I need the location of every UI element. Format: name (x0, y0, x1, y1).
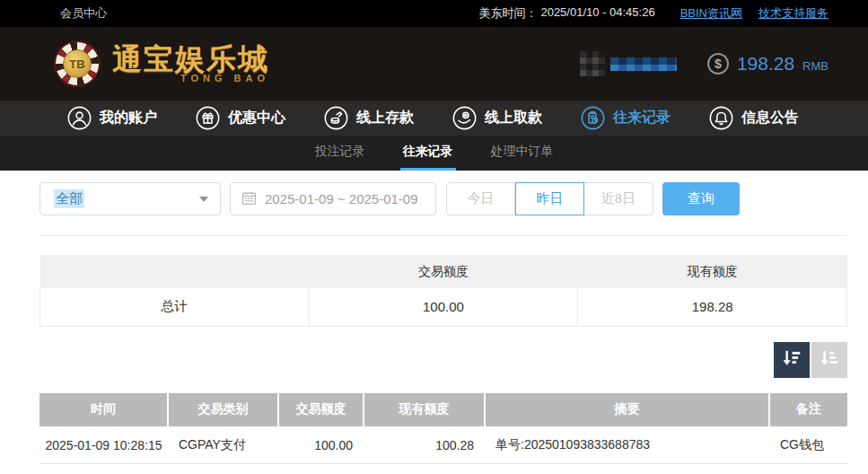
nav-item-deposit[interactable]: 线上存款 (324, 106, 414, 130)
eastern-time: 美东时间： 2025/01/10 - 04:45:26 (478, 5, 654, 22)
summary-total-row: 总计 100.00 198.28 (40, 288, 847, 326)
avatar (580, 51, 605, 76)
col-remark: 备注 (769, 393, 847, 427)
bbin-news-link[interactable]: BBIN资讯网 (680, 5, 742, 22)
nav-item-promotions[interactable]: 优惠中心 (196, 106, 285, 130)
sort-controls (39, 342, 847, 378)
sort-descending-icon (781, 347, 802, 372)
last-8-days-button[interactable]: 近8日 (584, 182, 653, 215)
dollar-coin-icon: $ (707, 53, 729, 75)
sort-ascending-button[interactable] (811, 342, 847, 378)
summary-header-transaction-amount: 交易额度 (309, 255, 578, 288)
bell-icon (709, 106, 733, 130)
tab-betting-records[interactable]: 投注记录 (312, 136, 368, 171)
summary-total-balance: 198.28 (578, 288, 847, 326)
calendar-icon (241, 190, 257, 208)
chevron-down-icon (199, 197, 208, 202)
gift-icon (196, 106, 220, 130)
section-divider (39, 235, 847, 236)
summary-header-empty (40, 255, 310, 288)
tab-transaction-records[interactable]: 往来记录 (400, 136, 456, 171)
tech-support-link[interactable]: 技术支持服务 (758, 5, 829, 22)
date-range-value: 2025-01-09 ~ 2025-01-09 (265, 191, 418, 206)
yesterday-button[interactable]: 昨日 (515, 182, 584, 215)
sub-nav: 投注记录 往来记录 处理中订单 (0, 136, 868, 171)
query-button[interactable]: 查询 (662, 182, 740, 215)
nav-item-transaction-records[interactable]: 往来记录 (581, 106, 671, 130)
logo-badge: TB (63, 49, 92, 78)
main-nav: 我的账户 优惠中心 线上存款 线上 (0, 101, 868, 136)
summary-table: 交易额度 现有额度 总计 100.00 198.28 (39, 255, 847, 327)
col-transaction-type: 交易类别 (168, 393, 278, 427)
summary-header-row: 交易额度 现有额度 (40, 255, 847, 288)
records-table: 时间 交易类别 交易额度 现有额度 摘要 备注 2025-01-09 10:28… (39, 393, 847, 465)
summary-total-transaction: 100.00 (309, 288, 578, 326)
logo-subtitle: TONG BAO (180, 73, 269, 83)
filter-bar: 全部 2025-01-09 ~ 2025-01-09 今日 昨日 近8日 查询 (39, 182, 847, 215)
withdraw-icon (452, 106, 477, 130)
sort-descending-button[interactable] (774, 342, 810, 378)
balance-currency: RMB (802, 59, 829, 73)
summary-header-current-balance: 现有额度 (578, 255, 847, 288)
logo-title: 通宝娱乐城 (112, 44, 269, 75)
records-header-row: 时间 交易类别 交易额度 现有额度 摘要 备注 (39, 393, 847, 427)
cell-time: 2025-01-09 10:28:15 (39, 427, 168, 464)
deposit-icon (324, 106, 348, 130)
content-area: 全部 2025-01-09 ~ 2025-01-09 今日 昨日 近8日 查询 (0, 171, 868, 464)
username-redacted (610, 57, 677, 71)
col-transaction-amount: 交易额度 (278, 393, 364, 427)
user-icon (67, 106, 92, 130)
summary-total-label: 总计 (40, 288, 310, 326)
cell-current-balance: 100.28 (364, 427, 485, 464)
cell-transaction-type: CGPAY支付 (168, 427, 278, 464)
today-button[interactable]: 今日 (446, 182, 515, 215)
brand-header: TB 通宝娱乐城 TONG BAO $ 198.28 RMB (0, 27, 868, 101)
poker-chip-icon: TB (54, 40, 101, 87)
date-range-input[interactable]: 2025-01-09 ~ 2025-01-09 (230, 182, 436, 215)
wallet-balance: $ 198.28 RMB (707, 53, 829, 75)
site-logo[interactable]: TB 通宝娱乐城 TONG BAO (54, 40, 269, 87)
nav-item-announcements[interactable]: 信息公告 (709, 106, 799, 130)
nav-item-my-account[interactable]: 我的账户 (67, 106, 157, 130)
member-center-link[interactable]: 会员中心 (60, 5, 107, 22)
top-bar: 会员中心 美东时间： 2025/01/10 - 04:45:26 BBIN资讯网… (0, 0, 868, 27)
records-icon (581, 106, 605, 130)
tab-pending-orders[interactable]: 处理中订单 (488, 136, 557, 171)
balance-amount: 198.28 (737, 53, 794, 75)
cell-transaction-amount: 100.00 (278, 427, 364, 464)
col-summary: 摘要 (485, 393, 769, 427)
time-value: 2025/01/10 - 04:45:26 (540, 5, 654, 22)
sort-ascending-icon (819, 347, 840, 372)
type-select[interactable]: 全部 (39, 182, 221, 215)
cell-summary: 单号:202501093833688783 (485, 427, 769, 464)
cell-remark: CG钱包 (769, 427, 847, 464)
type-select-value: 全部 (54, 189, 84, 208)
col-time: 时间 (39, 393, 168, 427)
time-label: 美东时间： (478, 5, 537, 22)
col-current-balance: 现有额度 (364, 393, 485, 427)
table-row: 2025-01-09 10:28:15 CGPAY支付 100.00 100.2… (39, 427, 847, 464)
user-identity (580, 51, 677, 76)
quick-range-group: 今日 昨日 近8日 (446, 182, 653, 215)
nav-item-withdraw[interactable]: 线上取款 (452, 106, 542, 130)
